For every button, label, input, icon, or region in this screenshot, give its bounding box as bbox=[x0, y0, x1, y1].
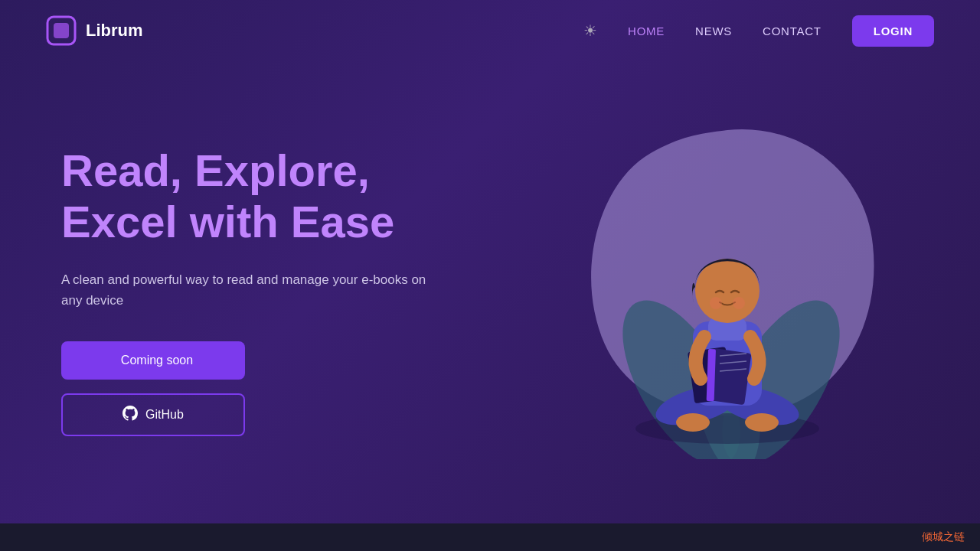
watermark-text: 倾城之链 bbox=[922, 530, 965, 544]
svg-point-10 bbox=[695, 259, 760, 323]
logo-text: Librum bbox=[86, 21, 143, 41]
hero-content: Read, Explore, Excel with Ease A clean a… bbox=[61, 145, 490, 436]
login-button[interactable]: LOGIN bbox=[852, 15, 934, 47]
hero-illustration bbox=[536, 107, 919, 474]
nav-right: ☀ HOME NEWS CONTACT LOGIN bbox=[583, 15, 934, 47]
nav-link-news[interactable]: NEWS bbox=[695, 24, 732, 37]
github-label: GitHub bbox=[145, 408, 184, 422]
github-button[interactable]: GitHub bbox=[61, 393, 245, 436]
page-wrapper: Librum ☀ HOME NEWS CONTACT LOGIN Read, E… bbox=[0, 0, 980, 551]
bottom-bar: 倾城之链 bbox=[0, 523, 980, 551]
nav-link-contact[interactable]: CONTACT bbox=[763, 24, 822, 37]
reading-illustration bbox=[559, 107, 896, 459]
logo-icon bbox=[46, 15, 77, 46]
theme-toggle-icon[interactable]: ☀ bbox=[583, 21, 597, 40]
coming-soon-button[interactable]: Coming soon bbox=[61, 341, 245, 380]
svg-point-20 bbox=[745, 413, 779, 432]
hero-title: Read, Explore, Excel with Ease bbox=[61, 145, 490, 247]
svg-point-12 bbox=[733, 297, 745, 309]
hero-section: Read, Explore, Excel with Ease A clean a… bbox=[0, 61, 980, 505]
svg-point-11 bbox=[710, 297, 722, 309]
hero-buttons: Coming soon GitHub bbox=[61, 341, 490, 436]
coming-soon-label: Coming soon bbox=[121, 354, 193, 367]
nav-link-home[interactable]: HOME bbox=[628, 24, 665, 37]
svg-rect-1 bbox=[54, 23, 69, 38]
logo-area: Librum bbox=[46, 15, 143, 46]
github-icon bbox=[122, 406, 138, 424]
nav-links: HOME NEWS CONTACT bbox=[628, 24, 822, 37]
svg-point-19 bbox=[676, 413, 710, 432]
navbar: Librum ☀ HOME NEWS CONTACT LOGIN bbox=[0, 0, 980, 61]
hero-subtitle: A clean and powerful way to read and man… bbox=[61, 269, 429, 311]
